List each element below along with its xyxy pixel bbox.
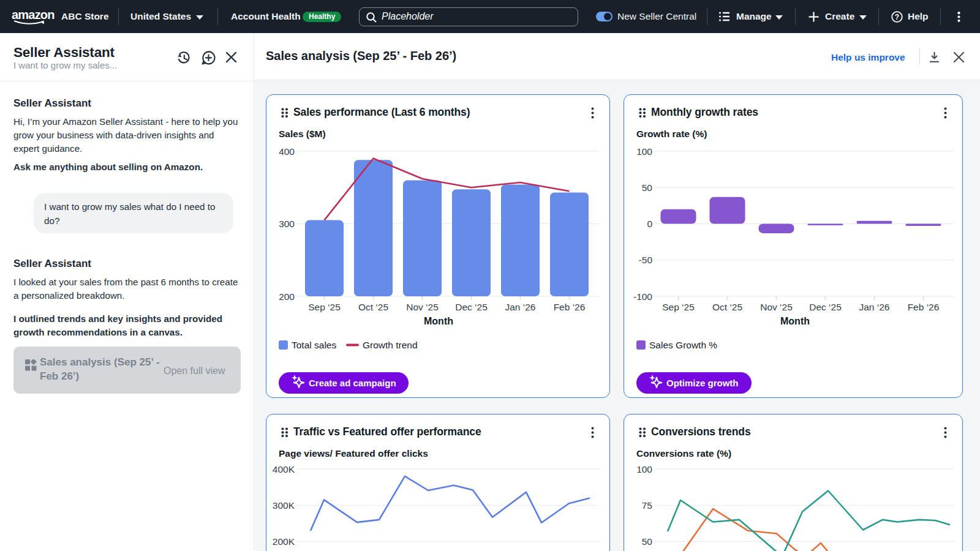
- svg-text:Feb ‘26: Feb ‘26: [908, 302, 940, 312]
- svg-text:Jan ‘26: Jan ‘26: [859, 302, 890, 312]
- svg-text:amazon: amazon: [12, 8, 55, 21]
- svg-text:Nov ‘25: Nov ‘25: [760, 302, 793, 312]
- svg-text:Dec ‘25: Dec ‘25: [455, 302, 488, 312]
- svg-text:400K: 400K: [273, 464, 295, 474]
- svg-text:50: 50: [642, 536, 653, 547]
- svg-text:Nov ‘25: Nov ‘25: [406, 302, 439, 312]
- svg-text:-50: -50: [639, 255, 653, 265]
- svg-text:-100: -100: [633, 291, 652, 302]
- svg-text:75: 75: [642, 500, 652, 511]
- svg-text:Oct ‘25: Oct ‘25: [712, 302, 742, 312]
- svg-text:Total sales: Total sales: [292, 340, 336, 350]
- svg-text:Growth trend: Growth trend: [363, 340, 418, 350]
- svg-text:50: 50: [642, 182, 653, 193]
- svg-text:200: 200: [279, 291, 295, 302]
- svg-text:300K: 300K: [273, 500, 295, 511]
- svg-text:Sales Growth %: Sales Growth %: [649, 340, 717, 350]
- svg-text:0: 0: [647, 219, 652, 229]
- svg-text:Feb ‘26: Feb ‘26: [554, 302, 586, 312]
- svg-text:300: 300: [279, 219, 295, 229]
- svg-text:Month: Month: [424, 316, 453, 326]
- svg-text:Sep ‘25: Sep ‘25: [662, 302, 695, 312]
- svg-text:Jan ‘26: Jan ‘26: [505, 302, 536, 312]
- svg-text:400: 400: [279, 146, 295, 157]
- svg-text:Oct ‘25: Oct ‘25: [358, 302, 388, 312]
- svg-text:100: 100: [636, 464, 652, 474]
- svg-text:200K: 200K: [273, 536, 295, 547]
- svg-text:Dec ‘25: Dec ‘25: [809, 302, 842, 312]
- svg-text:Sep ‘25: Sep ‘25: [308, 302, 341, 312]
- svg-text:Month: Month: [780, 316, 810, 326]
- svg-text:?: ?: [895, 13, 899, 21]
- svg-text:100: 100: [636, 146, 652, 157]
